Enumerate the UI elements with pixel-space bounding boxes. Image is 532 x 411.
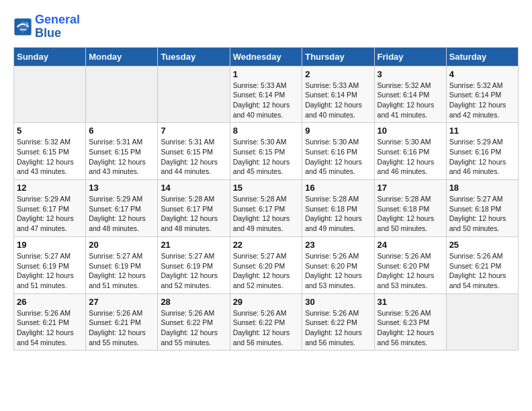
day-number: 7 xyxy=(161,126,226,136)
day-info: Sunrise: 5:32 AM Sunset: 6:14 PM Dayligh… xyxy=(449,81,515,120)
day-info: Sunrise: 5:26 AM Sunset: 6:20 PM Dayligh… xyxy=(305,251,371,291)
day-number: 19 xyxy=(17,240,83,250)
calendar-week-1: 1Sunrise: 5:33 AM Sunset: 6:14 PM Daylig… xyxy=(14,66,519,123)
logo-icon xyxy=(13,17,32,36)
weekday-header-saturday: Saturday xyxy=(446,47,518,66)
calendar-day-29: 29Sunrise: 5:26 AM Sunset: 6:22 PM Dayli… xyxy=(230,293,302,351)
calendar-day-21: 21Sunrise: 5:27 AM Sunset: 6:19 PM Dayli… xyxy=(158,236,230,293)
day-info: Sunrise: 5:26 AM Sunset: 6:22 PM Dayligh… xyxy=(305,308,371,348)
day-info: Sunrise: 5:27 AM Sunset: 6:19 PM Dayligh… xyxy=(17,251,83,291)
calendar-day-30: 30Sunrise: 5:26 AM Sunset: 6:22 PM Dayli… xyxy=(302,293,374,351)
logo-text-blue: Blue xyxy=(35,27,80,40)
calendar-day-28: 28Sunrise: 5:26 AM Sunset: 6:22 PM Dayli… xyxy=(158,293,230,351)
calendar-day-18: 18Sunrise: 5:27 AM Sunset: 6:18 PM Dayli… xyxy=(446,180,518,237)
day-number: 26 xyxy=(17,297,83,307)
day-number: 13 xyxy=(89,183,154,193)
day-info: Sunrise: 5:32 AM Sunset: 6:15 PM Dayligh… xyxy=(17,137,83,177)
day-number: 2 xyxy=(305,69,371,79)
day-number: 12 xyxy=(17,183,83,193)
day-number: 14 xyxy=(161,183,226,193)
calendar-week-5: 26Sunrise: 5:26 AM Sunset: 6:21 PM Dayli… xyxy=(14,293,519,351)
calendar-day-5: 5Sunrise: 5:32 AM Sunset: 6:15 PM Daylig… xyxy=(14,123,86,180)
day-number: 23 xyxy=(305,240,371,250)
day-info: Sunrise: 5:31 AM Sunset: 6:15 PM Dayligh… xyxy=(89,137,154,177)
day-info: Sunrise: 5:26 AM Sunset: 6:21 PM Dayligh… xyxy=(17,308,83,348)
day-number: 11 xyxy=(449,126,515,136)
day-info: Sunrise: 5:33 AM Sunset: 6:14 PM Dayligh… xyxy=(233,81,300,120)
calendar-day-19: 19Sunrise: 5:27 AM Sunset: 6:19 PM Dayli… xyxy=(14,236,86,293)
calendar-header: SundayMondayTuesdayWednesdayThursdayFrid… xyxy=(14,47,519,66)
calendar-day-16: 16Sunrise: 5:28 AM Sunset: 6:18 PM Dayli… xyxy=(302,180,374,237)
day-number: 21 xyxy=(161,240,226,250)
calendar-day-11: 11Sunrise: 5:29 AM Sunset: 6:16 PM Dayli… xyxy=(446,123,518,180)
day-info: Sunrise: 5:27 AM Sunset: 6:19 PM Dayligh… xyxy=(89,251,154,291)
calendar-week-3: 12Sunrise: 5:29 AM Sunset: 6:17 PM Dayli… xyxy=(14,180,519,237)
calendar-day-6: 6Sunrise: 5:31 AM Sunset: 6:15 PM Daylig… xyxy=(86,123,158,180)
calendar-week-2: 5Sunrise: 5:32 AM Sunset: 6:15 PM Daylig… xyxy=(14,123,519,180)
logo-text-block: General Blue xyxy=(35,13,80,40)
calendar-day-20: 20Sunrise: 5:27 AM Sunset: 6:19 PM Dayli… xyxy=(86,236,158,293)
calendar-day-23: 23Sunrise: 5:26 AM Sunset: 6:20 PM Dayli… xyxy=(302,236,374,293)
day-info: Sunrise: 5:29 AM Sunset: 6:17 PM Dayligh… xyxy=(17,194,83,234)
calendar-day-7: 7Sunrise: 5:31 AM Sunset: 6:15 PM Daylig… xyxy=(158,123,230,180)
calendar-day-24: 24Sunrise: 5:26 AM Sunset: 6:20 PM Dayli… xyxy=(374,236,446,293)
weekday-header-friday: Friday xyxy=(374,47,446,66)
calendar-day-8: 8Sunrise: 5:30 AM Sunset: 6:15 PM Daylig… xyxy=(230,123,302,180)
day-number: 16 xyxy=(305,183,371,193)
logo-text: General xyxy=(35,13,80,27)
calendar-day-1: 1Sunrise: 5:33 AM Sunset: 6:14 PM Daylig… xyxy=(230,66,302,123)
day-info: Sunrise: 5:28 AM Sunset: 6:17 PM Dayligh… xyxy=(233,194,300,234)
day-number: 5 xyxy=(17,126,83,136)
day-number: 1 xyxy=(233,69,300,79)
day-number: 17 xyxy=(378,183,443,193)
day-number: 24 xyxy=(378,240,443,250)
weekday-header-wednesday: Wednesday xyxy=(230,47,302,66)
day-info: Sunrise: 5:29 AM Sunset: 6:16 PM Dayligh… xyxy=(449,137,515,177)
day-number: 20 xyxy=(89,240,154,250)
day-info: Sunrise: 5:27 AM Sunset: 6:20 PM Dayligh… xyxy=(233,251,300,291)
day-number: 31 xyxy=(378,297,443,307)
calendar-day-25: 25Sunrise: 5:26 AM Sunset: 6:21 PM Dayli… xyxy=(446,236,518,293)
day-number: 22 xyxy=(233,240,300,250)
day-info: Sunrise: 5:30 AM Sunset: 6:16 PM Dayligh… xyxy=(378,137,443,177)
calendar-day-3: 3Sunrise: 5:32 AM Sunset: 6:14 PM Daylig… xyxy=(374,66,446,123)
calendar-day-22: 22Sunrise: 5:27 AM Sunset: 6:20 PM Dayli… xyxy=(230,236,302,293)
day-info: Sunrise: 5:30 AM Sunset: 6:16 PM Dayligh… xyxy=(305,137,371,177)
calendar-day-10: 10Sunrise: 5:30 AM Sunset: 6:16 PM Dayli… xyxy=(374,123,446,180)
calendar-day-9: 9Sunrise: 5:30 AM Sunset: 6:16 PM Daylig… xyxy=(302,123,374,180)
day-number: 29 xyxy=(233,297,300,307)
calendar-week-4: 19Sunrise: 5:27 AM Sunset: 6:19 PM Dayli… xyxy=(14,236,519,293)
logo: General Blue xyxy=(13,13,80,40)
day-info: Sunrise: 5:26 AM Sunset: 6:20 PM Dayligh… xyxy=(378,251,443,291)
day-number: 10 xyxy=(378,126,443,136)
day-info: Sunrise: 5:28 AM Sunset: 6:18 PM Dayligh… xyxy=(378,194,443,234)
calendar-day-17: 17Sunrise: 5:28 AM Sunset: 6:18 PM Dayli… xyxy=(374,180,446,237)
weekday-header-sunday: Sunday xyxy=(14,47,86,66)
calendar-day-13: 13Sunrise: 5:29 AM Sunset: 6:17 PM Dayli… xyxy=(86,180,158,237)
calendar-table: SundayMondayTuesdayWednesdayThursdayFrid… xyxy=(13,47,519,351)
day-info: Sunrise: 5:29 AM Sunset: 6:17 PM Dayligh… xyxy=(89,194,154,234)
calendar-day-27: 27Sunrise: 5:26 AM Sunset: 6:21 PM Dayli… xyxy=(86,293,158,351)
calendar-day-2: 2Sunrise: 5:33 AM Sunset: 6:14 PM Daylig… xyxy=(302,66,374,123)
day-info: Sunrise: 5:31 AM Sunset: 6:15 PM Dayligh… xyxy=(161,137,226,177)
weekday-header-tuesday: Tuesday xyxy=(158,47,230,66)
day-info: Sunrise: 5:28 AM Sunset: 6:18 PM Dayligh… xyxy=(305,194,371,234)
day-number: 27 xyxy=(89,297,154,307)
calendar-day-31: 31Sunrise: 5:26 AM Sunset: 6:23 PM Dayli… xyxy=(374,293,446,351)
calendar-day-14: 14Sunrise: 5:28 AM Sunset: 6:17 PM Dayli… xyxy=(158,180,230,237)
empty-cell xyxy=(14,66,86,123)
day-info: Sunrise: 5:32 AM Sunset: 6:14 PM Dayligh… xyxy=(378,81,443,120)
day-number: 3 xyxy=(378,69,443,79)
day-number: 18 xyxy=(449,183,515,193)
day-number: 4 xyxy=(449,69,515,79)
day-number: 15 xyxy=(233,183,300,193)
day-info: Sunrise: 5:28 AM Sunset: 6:17 PM Dayligh… xyxy=(161,194,226,234)
weekday-header-thursday: Thursday xyxy=(302,47,374,66)
day-info: Sunrise: 5:26 AM Sunset: 6:22 PM Dayligh… xyxy=(161,308,226,348)
day-info: Sunrise: 5:26 AM Sunset: 6:22 PM Dayligh… xyxy=(233,308,300,348)
day-info: Sunrise: 5:26 AM Sunset: 6:23 PM Dayligh… xyxy=(378,308,443,348)
day-info: Sunrise: 5:26 AM Sunset: 6:21 PM Dayligh… xyxy=(449,251,515,291)
day-info: Sunrise: 5:27 AM Sunset: 6:19 PM Dayligh… xyxy=(161,251,226,291)
calendar-day-4: 4Sunrise: 5:32 AM Sunset: 6:14 PM Daylig… xyxy=(446,66,518,123)
day-number: 9 xyxy=(305,126,371,136)
